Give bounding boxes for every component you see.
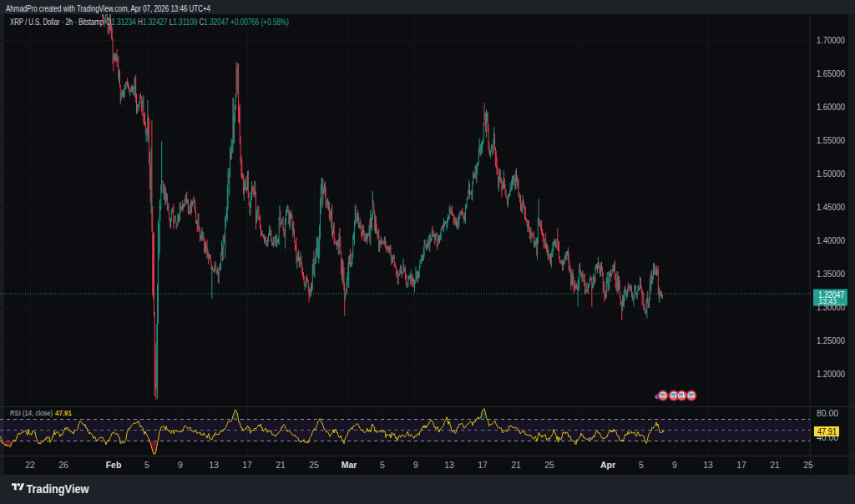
svg-text:9: 9 — [178, 460, 183, 470]
svg-text:Feb: Feb — [106, 460, 122, 470]
svg-text:5: 5 — [639, 460, 644, 470]
svg-text:21: 21 — [511, 460, 521, 470]
svg-text:9: 9 — [413, 460, 418, 470]
svg-text:O1.31234 H1.32427 L1.31109 C1.: O1.31234 H1.32427 L1.31109 C1.32047 +0.0… — [106, 18, 289, 27]
svg-text:1.20000: 1.20000 — [817, 370, 845, 379]
svg-text:RSI (14, close): RSI (14, close) — [10, 409, 53, 417]
svg-text:26: 26 — [58, 460, 68, 470]
svg-text:Apr: Apr — [600, 460, 615, 470]
svg-text:1.70000: 1.70000 — [817, 36, 845, 45]
svg-text:21: 21 — [770, 460, 780, 470]
svg-text:1.45000: 1.45000 — [817, 203, 845, 212]
svg-text:1.55000: 1.55000 — [817, 136, 845, 145]
svg-text:25: 25 — [544, 460, 554, 470]
svg-text:1.40000: 1.40000 — [817, 236, 845, 245]
svg-text:1.60000: 1.60000 — [817, 103, 845, 112]
svg-text:9: 9 — [672, 460, 677, 470]
svg-text:1.50000: 1.50000 — [817, 169, 845, 179]
svg-text:5: 5 — [144, 460, 149, 470]
svg-text:17: 17 — [242, 460, 252, 470]
svg-text:80.00: 80.00 — [817, 409, 838, 418]
svg-text:13: 13 — [703, 460, 713, 470]
svg-text:XRP / U.S. Dollar · 2h · Bitst: XRP / U.S. Dollar · 2h · Bitstamp — [10, 18, 104, 27]
svg-text:17: 17 — [478, 460, 488, 470]
svg-text:1.35000: 1.35000 — [817, 270, 845, 279]
svg-text:17: 17 — [736, 460, 746, 470]
svg-text:13: 13 — [444, 460, 454, 470]
svg-text:47.91: 47.91 — [817, 427, 837, 436]
svg-text:1.65000: 1.65000 — [817, 69, 845, 78]
svg-text:1.25000: 1.25000 — [817, 336, 845, 345]
svg-text:5: 5 — [380, 460, 385, 470]
svg-text:25: 25 — [803, 460, 813, 470]
svg-text:22: 22 — [25, 460, 35, 470]
svg-text:TradingView: TradingView — [27, 482, 90, 496]
svg-text:13: 13 — [209, 460, 219, 470]
svg-text:Mar: Mar — [341, 460, 357, 470]
svg-text:21: 21 — [276, 460, 286, 470]
svg-text:47.91: 47.91 — [55, 409, 72, 417]
svg-text:1.30000: 1.30000 — [817, 303, 845, 312]
svg-text:25: 25 — [309, 460, 319, 470]
svg-text:AhmadPro created with TradingV: AhmadPro created with TradingView.com, A… — [6, 3, 210, 13]
